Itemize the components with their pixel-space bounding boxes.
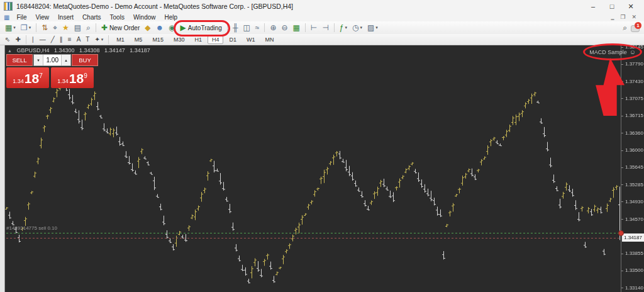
community-icon[interactable]: ☻ [153, 23, 165, 33]
navigator-icon[interactable]: ★ [60, 23, 71, 33]
child-restore-icon[interactable]: ❐ [620, 14, 625, 20]
ohlc-open: 1.34300 [54, 47, 75, 53]
text-icon[interactable]: A [75, 35, 83, 45]
chevron-down-icon[interactable]: ▾ [101, 37, 104, 42]
chart-shift-icon[interactable]: ⊣ [320, 23, 330, 33]
menu-item-charts[interactable]: Charts [78, 14, 105, 21]
text-icon: A [77, 35, 81, 45]
menu-item-window[interactable]: Window [129, 14, 160, 21]
timeframe-button-mn[interactable]: MN [260, 35, 278, 44]
menu-item-help[interactable]: Help [160, 14, 182, 21]
volume-input[interactable]: 1.00 [43, 55, 61, 65]
market-watch-icon[interactable]: ⇅ [40, 23, 50, 33]
maximize-button[interactable]: □ [602, 0, 621, 13]
menu-item-tools[interactable]: Tools [106, 14, 129, 21]
line-chart-icon[interactable]: ≈ [253, 23, 262, 33]
buy-price-box[interactable]: 1.34 18 9 [51, 67, 94, 88]
axis-tick-label: 1.34930 [621, 199, 643, 205]
data-window-icon[interactable]: ⌖ [51, 23, 59, 33]
notifications-icon[interactable]: 1 [631, 24, 640, 32]
toolbar-separator [36, 23, 36, 32]
horizontal-line-icon[interactable]: ― [38, 35, 48, 45]
chart-area[interactable]: ▲ GBPUSD,H4 1.34300 1.34308 1.34147 1.34… [0, 45, 644, 292]
crosshair-icon[interactable]: ✚ [13, 35, 22, 45]
templates-icon[interactable]: ▨▾ [365, 23, 380, 33]
indicators-icon: ƒ [340, 23, 344, 33]
new-order-button-label: New Order [109, 25, 140, 31]
vertical-line-icon: ∣ [31, 35, 35, 45]
minimize-button[interactable]: – [584, 0, 602, 13]
shapes-icon[interactable]: ✦▾ [92, 35, 105, 45]
notification-badge: 1 [635, 22, 641, 29]
indicators-icon[interactable]: ƒ▾ [338, 23, 349, 33]
label-icon[interactable]: T [84, 35, 91, 45]
tile-windows-icon: ▦ [293, 23, 300, 33]
one-click-trading-panel: SELL ▾ 1.00 ▴ BUY 1.34 18 7 1.34 18 9 [6, 54, 98, 88]
title-bar: 168448204: MetaQuotes-Demo - Demo Accoun… [0, 0, 644, 13]
indicator-circle-annotation [583, 43, 642, 60]
candlestick-icon[interactable]: ◫ [241, 23, 252, 33]
vertical-line-icon[interactable]: ∣ [30, 35, 36, 45]
chevron-down-icon[interactable]: ▾ [29, 25, 31, 30]
metaeditor-icon[interactable]: ◆ [143, 23, 152, 33]
horizontal-line-icon: ― [40, 35, 46, 45]
timeframe-button-w1[interactable]: W1 [242, 35, 260, 44]
timeframe-button-m5[interactable]: M5 [130, 35, 147, 44]
periods-icon: ◷ [352, 23, 358, 33]
ohlc-close: 1.34187 [130, 47, 150, 53]
chevron-down-icon[interactable]: ▾ [345, 25, 347, 30]
volume-decrease-icon[interactable]: ▾ [34, 55, 43, 65]
tester-icon[interactable]: ⌕ [84, 23, 92, 33]
chevron-down-icon[interactable]: ▾ [13, 25, 16, 30]
axis-tick-label: 1.35645 [621, 164, 643, 170]
trendline-icon[interactable]: ╱ [49, 35, 57, 45]
timeframe-button-d1[interactable]: D1 [225, 35, 241, 44]
new-chart-icon: ▦ [5, 23, 12, 33]
axis-tick-label: 1.33855 [621, 250, 643, 256]
zoom-out-icon[interactable]: ⊖ [279, 23, 289, 33]
zoom-in-icon[interactable]: ⊕ [268, 23, 278, 33]
toolbar-separator [334, 23, 335, 32]
sell-price-big: 18 [25, 70, 39, 87]
shapes-icon: ✦ [94, 35, 99, 45]
sell-price-box[interactable]: 1.34 18 7 [6, 67, 49, 88]
child-close-icon[interactable]: ✕ [631, 14, 636, 20]
toolbox-icon[interactable]: ▤ [72, 23, 83, 33]
profiles-icon[interactable]: ❐▾ [19, 23, 33, 33]
timeframe-button-m1[interactable]: M1 [112, 35, 129, 44]
axis-tick-label: 1.37790 [621, 61, 643, 67]
chevron-down-icon[interactable]: ▾ [375, 25, 378, 30]
sell-button[interactable]: SELL [6, 54, 33, 66]
periods-icon[interactable]: ◷▾ [350, 23, 364, 33]
ohlc-high: 1.34308 [79, 47, 100, 53]
channel-icon[interactable]: ∥ [58, 35, 65, 45]
buy-button[interactable]: BUY [72, 54, 98, 66]
menu-item-view[interactable]: View [31, 14, 54, 21]
sell-price-pip: 7 [39, 72, 43, 79]
candlestick-icon: ◫ [243, 23, 250, 33]
fibonacci-icon[interactable]: ≡ [66, 35, 74, 45]
menu-item-insert[interactable]: Insert [53, 14, 78, 21]
price-axis[interactable]: 1.34187 1.381451.377901.374301.370751.36… [621, 45, 644, 292]
new-chart-icon[interactable]: ▦▾ [3, 23, 18, 33]
chart-autoscroll-icon[interactable]: ⊢ [309, 23, 319, 33]
chevron-down-icon[interactable]: ▾ [360, 25, 362, 30]
menu-bar: ▦ FileViewInsertChartsToolsWindowHelp ‗❐… [0, 13, 644, 21]
menu-item-file[interactable]: File [12, 14, 31, 21]
search-icon[interactable]: ⌕ [623, 23, 627, 32]
bar-chart-icon[interactable]: ╫ [231, 23, 240, 33]
ohlc-readout: ▲ GBPUSD,H4 1.34300 1.34308 1.34147 1.34… [8, 47, 153, 53]
cursor-icon[interactable]: ⇖ [3, 35, 12, 45]
open-position-label: #1489314775 sell 0.10 [6, 225, 57, 231]
volume-increase-icon[interactable]: ▴ [61, 55, 70, 65]
axis-tick-label: 1.37430 [621, 79, 643, 84]
tile-windows-icon[interactable]: ▦ [291, 23, 302, 33]
buy-price-base: 1.34 [57, 78, 69, 84]
one-click-toggle-icon[interactable]: ▲ [8, 48, 12, 53]
child-minimize-icon[interactable]: ‗ [611, 14, 614, 20]
ohlc-low: 1.34147 [104, 47, 125, 53]
close-button[interactable]: ✕ [621, 0, 640, 13]
timeframe-button-m15[interactable]: M15 [148, 35, 168, 44]
templates-icon: ▨ [367, 23, 374, 33]
new-order-button[interactable]: ✚New Order [99, 23, 142, 33]
